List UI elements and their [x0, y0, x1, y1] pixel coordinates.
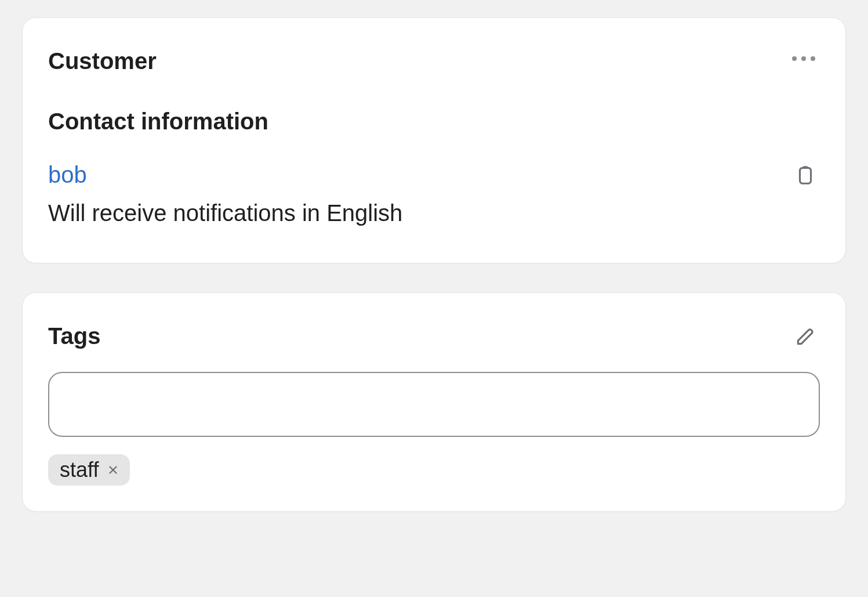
notification-language-text: Will receive notifications in English [48, 198, 820, 228]
svg-rect-0 [800, 168, 811, 183]
tags-card-title: Tags [48, 322, 100, 350]
contact-row: bob [48, 161, 820, 190]
copy-email-button[interactable] [791, 161, 820, 190]
remove-tag-button[interactable] [104, 461, 122, 479]
more-actions-button[interactable] [787, 47, 820, 70]
horizontal-dots-icon [791, 50, 816, 67]
customer-card-header: Customer [48, 47, 820, 75]
clipboard-icon [794, 164, 816, 186]
contact-information-heading: Contact information [48, 107, 820, 135]
customer-card: Customer Contact information bob Will re… [22, 17, 846, 263]
tags-card-header: Tags [48, 322, 820, 351]
tag-pill: staff [48, 454, 130, 486]
customer-email-link[interactable]: bob [48, 161, 87, 189]
customer-card-title: Customer [48, 47, 157, 75]
tags-list: staff [48, 454, 820, 486]
close-icon [107, 464, 119, 476]
tag-label: staff [60, 458, 99, 482]
pencil-icon [794, 325, 816, 348]
edit-tags-button[interactable] [791, 322, 820, 351]
tags-input[interactable] [48, 372, 820, 437]
tags-card: Tags staff [22, 292, 846, 512]
